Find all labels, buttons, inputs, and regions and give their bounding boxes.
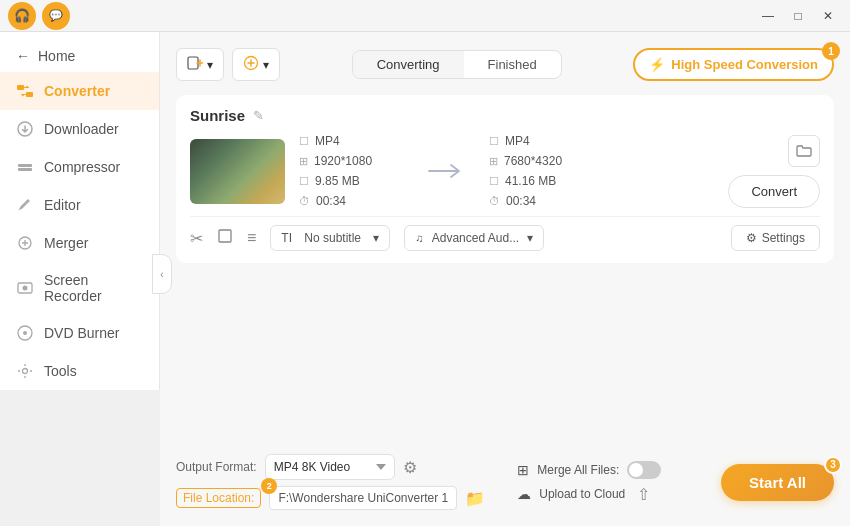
svg-rect-4 — [18, 168, 32, 171]
source-info: ☐ MP4 ⊞ 1920*1080 ☐ 9.85 MB ⏱ 00:34 — [285, 134, 415, 208]
dest-size: 41.16 MB — [505, 174, 556, 188]
settings-gear-icon: ⚙ — [746, 231, 757, 245]
file-edit-icon[interactable]: ✎ — [253, 108, 264, 123]
browse-folder-icon[interactable]: 📁 — [465, 489, 485, 508]
file-thumbnail — [190, 139, 285, 204]
sidebar-item-editor[interactable]: Editor — [0, 186, 159, 224]
file-title-row: Sunrise ✎ — [190, 107, 820, 124]
file-location-label[interactable]: File Location: — [176, 488, 261, 508]
upload-row: ☁ Upload to Cloud ⇧ — [517, 485, 661, 504]
sidebar-item-merger[interactable]: Merger — [0, 224, 159, 262]
settings-small-icon[interactable]: ⚙ — [403, 458, 417, 477]
source-duration-row: ⏱ 00:34 — [299, 194, 401, 208]
compressor-label: Compressor — [44, 159, 120, 175]
cut-icon[interactable]: ✂ — [190, 229, 203, 248]
bottom-left-col: Output Format: MP4 8K Video MP4 4K Video… — [176, 454, 485, 510]
svg-rect-0 — [17, 85, 24, 90]
merge-label: Merge All Files: — [537, 463, 619, 477]
minimize-button[interactable]: — — [754, 5, 782, 27]
svg-rect-1 — [26, 92, 33, 97]
svg-point-9 — [23, 331, 27, 335]
more-tools-icon[interactable]: ≡ — [247, 229, 256, 247]
start-all-label: Start All — [749, 474, 806, 491]
svg-point-10 — [23, 369, 28, 374]
maximize-button[interactable]: □ — [784, 5, 812, 27]
tab-converting[interactable]: Converting — [353, 51, 464, 78]
add-file-icon — [187, 55, 203, 74]
dest-dur-icon: ⏱ — [489, 195, 500, 207]
add-more-button[interactable]: ▾ — [232, 48, 280, 81]
compressor-icon — [16, 158, 34, 176]
output-format-select[interactable]: MP4 8K Video MP4 4K Video MP4 1080p — [265, 454, 395, 480]
sidebar-wrapper: ← Home Converter Downloader Compressor — [0, 32, 160, 526]
upload-cloud-icon[interactable]: ⇧ — [637, 485, 650, 504]
size-icon: ☐ — [299, 175, 309, 188]
message-icon[interactable]: 💬 — [42, 2, 70, 30]
bolt-icon: ⚡ — [649, 57, 665, 72]
format-icon: ☐ — [299, 135, 309, 148]
screen-recorder-label: Screen Recorder — [44, 272, 143, 304]
sidebar-home[interactable]: ← Home — [0, 40, 159, 72]
downloader-label: Downloader — [44, 121, 119, 137]
dest-size-row: ☐ 41.16 MB — [489, 174, 591, 188]
subtitle-chevron: ▾ — [373, 231, 379, 245]
merge-row: ⊞ Merge All Files: — [517, 461, 661, 479]
settings-button[interactable]: ⚙ Settings — [731, 225, 820, 251]
tools-label: Tools — [44, 363, 77, 379]
tab-group: Converting Finished — [352, 50, 562, 79]
add-file-button[interactable]: ▾ — [176, 48, 224, 81]
output-format-label: Output Format: — [176, 460, 257, 474]
header-left: ▾ ▾ — [176, 48, 280, 81]
audio-chevron: ▾ — [527, 231, 533, 245]
content-spacer — [176, 273, 834, 442]
tools-icon — [16, 362, 34, 380]
audio-dropdown[interactable]: ♫ Advanced Aud... ▾ — [404, 225, 544, 251]
home-label: Home — [38, 48, 75, 64]
sidebar-item-downloader[interactable]: Downloader — [0, 110, 159, 148]
add-more-icon — [243, 55, 259, 74]
sidebar-collapse-button[interactable]: ‹ — [152, 254, 172, 294]
crop-icon[interactable] — [217, 228, 233, 248]
source-size-row: ☐ 9.85 MB — [299, 174, 401, 188]
titlebar-left-icons: 🎧 💬 — [8, 2, 70, 30]
sidebar-item-converter[interactable]: Converter — [0, 72, 159, 110]
dvd-burner-label: DVD Burner — [44, 325, 119, 341]
downloader-icon — [16, 120, 34, 138]
sidebar-item-tools[interactable]: Tools — [0, 352, 159, 390]
resolution-icon: ⊞ — [299, 155, 308, 168]
output-folder-button[interactable] — [788, 135, 820, 167]
convert-button[interactable]: Convert — [728, 175, 820, 208]
output-format-row: Output Format: MP4 8K Video MP4 4K Video… — [176, 454, 485, 480]
svg-rect-13 — [219, 230, 231, 242]
audio-label: Advanced Aud... — [432, 231, 519, 245]
editor-icon — [16, 196, 34, 214]
dest-resolution: 7680*4320 — [504, 154, 562, 168]
dvd-burner-icon — [16, 324, 34, 342]
file-card: Sunrise ✎ ☐ MP4 ⊞ 1920*1080 — [176, 95, 834, 263]
close-button[interactable]: ✕ — [814, 5, 842, 27]
headphone-icon[interactable]: 🎧 — [8, 2, 36, 30]
start-all-button[interactable]: Start All 3 — [721, 464, 834, 501]
start-all-badge: 3 — [824, 456, 842, 474]
sidebar-item-compressor[interactable]: Compressor — [0, 148, 159, 186]
upload-label: Upload to Cloud — [539, 487, 625, 501]
tab-finished[interactable]: Finished — [464, 51, 561, 78]
high-speed-button[interactable]: ⚡ High Speed Conversion 1 — [633, 48, 834, 81]
file-title: Sunrise — [190, 107, 245, 124]
toolbar-row: ✂ ≡ TI No subtitle ▾ ♫ Advanced Aud... ▾… — [190, 216, 820, 251]
main-content: ▾ ▾ Converting Finished ⚡ High Speed Con… — [160, 32, 850, 526]
duration-icon: ⏱ — [299, 195, 310, 207]
sidebar-item-dvd-burner[interactable]: DVD Burner — [0, 314, 159, 352]
subtitle-dropdown[interactable]: TI No subtitle ▾ — [270, 225, 390, 251]
merge-toggle[interactable] — [627, 461, 661, 479]
add-more-chevron: ▾ — [263, 58, 269, 72]
converter-icon — [16, 82, 34, 100]
settings-label: Settings — [762, 231, 805, 245]
screen-recorder-icon — [16, 279, 34, 297]
source-format: MP4 — [315, 134, 340, 148]
thumbnail-image — [190, 139, 285, 204]
source-resolution: 1920*1080 — [314, 154, 372, 168]
sidebar-item-screen-recorder[interactable]: Screen Recorder — [0, 262, 159, 314]
converter-label: Converter — [44, 83, 110, 99]
dest-format-row: ☐ MP4 — [489, 134, 591, 148]
